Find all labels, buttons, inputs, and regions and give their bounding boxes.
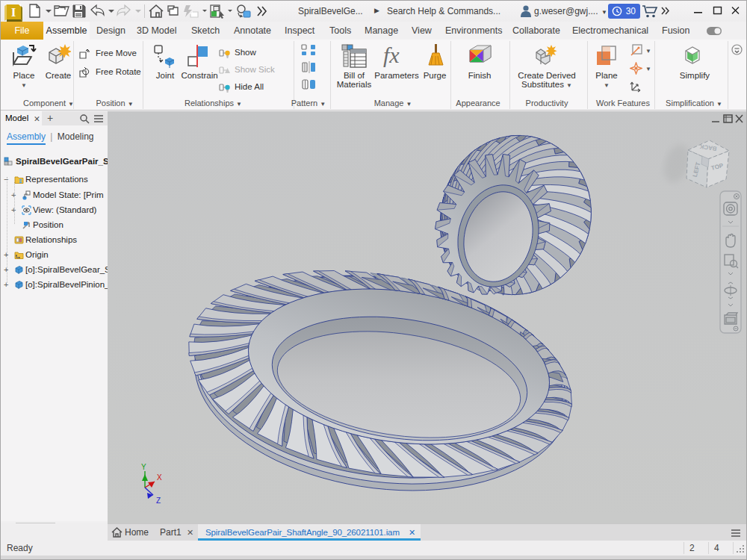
svg-text:Y: Y [141, 463, 146, 471]
svg-text:X: X [157, 473, 162, 482]
svg-text:I: I [11, 5, 16, 19]
svg-text:Z: Z [156, 497, 161, 505]
